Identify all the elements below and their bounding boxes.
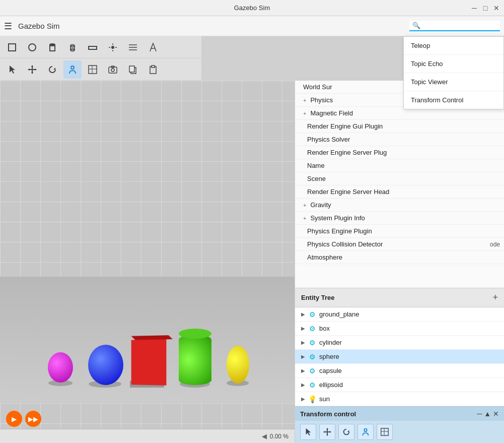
transform-minimize-btn[interactable]: ─ xyxy=(477,410,482,418)
box-tool-btn[interactable] xyxy=(3,38,21,56)
world-item-render-engine-server[interactable]: Render Engine Server Plug xyxy=(295,146,504,159)
svg-marker-21 xyxy=(31,65,33,67)
menu-title: Gazebo Sim xyxy=(18,22,60,30)
transform-toolbar xyxy=(295,421,504,443)
svg-rect-30 xyxy=(109,67,117,73)
cylinder-tool-btn[interactable] xyxy=(43,38,61,56)
svg-marker-25 xyxy=(53,68,55,70)
svg-rect-36 xyxy=(152,66,155,68)
rotate-tool-btn[interactable] xyxy=(43,60,61,79)
grid-tool-btn[interactable] xyxy=(84,60,102,79)
entity-tool-btn[interactable] xyxy=(63,60,82,79)
transform-header-controls: ─ ▲ ✕ xyxy=(477,410,499,418)
hamburger-menu[interactable]: ☰ xyxy=(4,21,12,32)
entity-list: ▶ ⚙ ground_plane ▶ ⚙ box ▶ ⚙ cylinder ▶ … xyxy=(295,307,504,406)
zoom-arrow: ◀ xyxy=(262,432,267,440)
search-input[interactable] xyxy=(422,22,493,29)
world-item-physics-solver[interactable]: Physics Solver xyxy=(295,133,504,146)
search-icon: 🔍 xyxy=(412,22,420,29)
transform-entity-btn[interactable] xyxy=(357,424,374,440)
svg-rect-45 xyxy=(381,428,388,435)
svg-point-26 xyxy=(71,66,74,69)
svg-rect-0 xyxy=(9,44,16,51)
dropdown-item-teleop[interactable]: Teleop xyxy=(404,37,503,55)
dropdown-item-topic-viewer[interactable]: Topic Viewer xyxy=(404,73,503,91)
menu-bar: ☰ Gazebo Sim 🔍 xyxy=(0,16,504,36)
directional-light-btn[interactable] xyxy=(124,38,142,56)
dropdown-item-transform-control[interactable]: Transform Control xyxy=(404,91,503,109)
box-red-object[interactable] xyxy=(131,339,167,385)
svg-marker-41 xyxy=(323,431,325,433)
capsule-tool-btn[interactable] xyxy=(63,38,82,56)
svg-marker-42 xyxy=(330,431,332,433)
world-item-scene[interactable]: Scene xyxy=(295,172,504,185)
robot-icon-box: ⚙ xyxy=(308,325,316,333)
svg-marker-23 xyxy=(28,69,30,71)
add-entity-button[interactable]: + xyxy=(492,292,498,303)
sphere-tool-btn[interactable] xyxy=(23,38,41,56)
toolbar xyxy=(0,36,201,81)
world-item-system-plugin-info[interactable]: + System Plugin Info xyxy=(295,212,504,225)
entity-item-capsule[interactable]: ▶ ⚙ capsule xyxy=(295,364,504,378)
close-button[interactable]: ✕ xyxy=(493,5,500,12)
world-item-name[interactable]: Name xyxy=(295,159,504,172)
transform-header: Transform control ─ ▲ ✕ xyxy=(295,407,504,421)
world-item-render-engine-gui[interactable]: Render Engine Gui Plugin xyxy=(295,120,504,133)
search-dropdown: Teleop Topic Echo Topic Viewer Transform… xyxy=(403,36,504,109)
robot-icon-ellipsoid: ⚙ xyxy=(308,381,316,389)
right-panel: World Sur + Physics + Magnetic Field Ren… xyxy=(295,81,504,443)
robot-icon-sphere: ⚙ xyxy=(308,353,316,361)
entity-item-cylinder[interactable]: ▶ ⚙ cylinder xyxy=(295,336,504,350)
maximize-button[interactable]: □ xyxy=(482,5,489,12)
minimize-button[interactable]: ─ xyxy=(471,5,478,12)
svg-rect-27 xyxy=(89,66,97,74)
move-tool-btn[interactable] xyxy=(23,60,41,79)
transform-close-btn[interactable]: ✕ xyxy=(493,410,499,418)
svg-marker-43 xyxy=(347,430,349,432)
entity-item-sun[interactable]: ▶ 💡 sun xyxy=(295,392,504,406)
point-light-btn[interactable] xyxy=(104,38,122,56)
title-bar: Gazebo Sim ─ □ ✕ xyxy=(0,0,504,16)
entity-item-sphere[interactable]: ▶ ⚙ sphere xyxy=(295,350,504,364)
svg-point-31 xyxy=(111,69,114,72)
sphere-purple-object[interactable] xyxy=(48,352,73,383)
screenshot-tool-btn[interactable] xyxy=(104,60,122,79)
world-item-physics-engine-plugin[interactable]: Physics Engine Plugin xyxy=(295,225,504,238)
svg-line-17 xyxy=(150,48,151,51)
transform-restore-btn[interactable]: ▲ xyxy=(484,410,491,418)
window-controls: ─ □ ✕ xyxy=(471,5,500,12)
paste-tool-btn[interactable] xyxy=(144,60,162,79)
svg-marker-22 xyxy=(31,72,33,74)
fast-forward-button[interactable]: ▶▶ xyxy=(25,411,41,427)
transform-grid-btn[interactable] xyxy=(377,424,393,440)
svg-point-1 xyxy=(29,44,36,51)
play-button[interactable]: ▶ xyxy=(6,411,22,427)
select-tool-btn[interactable] xyxy=(3,60,21,79)
svg-rect-7 xyxy=(89,46,97,49)
world-item-atmosphere[interactable]: Atmosphere xyxy=(295,251,504,264)
world-item-physics-collision-detector[interactable]: Physics Collision Detector ode xyxy=(295,238,504,251)
world-item-render-engine-server-head[interactable]: Render Engine Server Head xyxy=(295,185,504,199)
world-panel: World Sur + Physics + Magnetic Field Ren… xyxy=(295,81,504,288)
world-item-gravity[interactable]: + Gravity xyxy=(295,199,504,212)
viewport[interactable]: ▶ ▶▶ ◀ 0.00 % xyxy=(0,81,295,443)
svg-marker-40 xyxy=(326,434,328,436)
search-container: 🔍 xyxy=(409,21,500,31)
entity-item-ground-plane[interactable]: ▶ ⚙ ground_plane xyxy=(295,307,504,322)
sphere-blue-object[interactable] xyxy=(88,345,123,385)
plane-tool-btn[interactable] xyxy=(84,38,102,56)
transform-rotate-btn[interactable] xyxy=(338,424,354,440)
robot-icon-cylinder: ⚙ xyxy=(308,339,316,347)
transform-move-btn[interactable] xyxy=(319,424,335,440)
entity-item-ellipsoid[interactable]: ▶ ⚙ ellipsoid xyxy=(295,378,504,392)
capsule-yellow-object[interactable] xyxy=(227,346,249,384)
svg-marker-39 xyxy=(326,428,328,430)
copy-tool-btn[interactable] xyxy=(124,60,142,79)
cylinder-green-object[interactable] xyxy=(179,335,211,385)
spot-light-btn[interactable] xyxy=(144,38,162,56)
viewport-bottom-bar: ◀ 0.00 % xyxy=(0,429,295,443)
robot-icon-ground-plane: ⚙ xyxy=(308,310,316,319)
dropdown-item-topic-echo[interactable]: Topic Echo xyxy=(404,55,503,73)
entity-item-box[interactable]: ▶ ⚙ box xyxy=(295,322,504,336)
transform-select-btn[interactable] xyxy=(300,424,316,440)
